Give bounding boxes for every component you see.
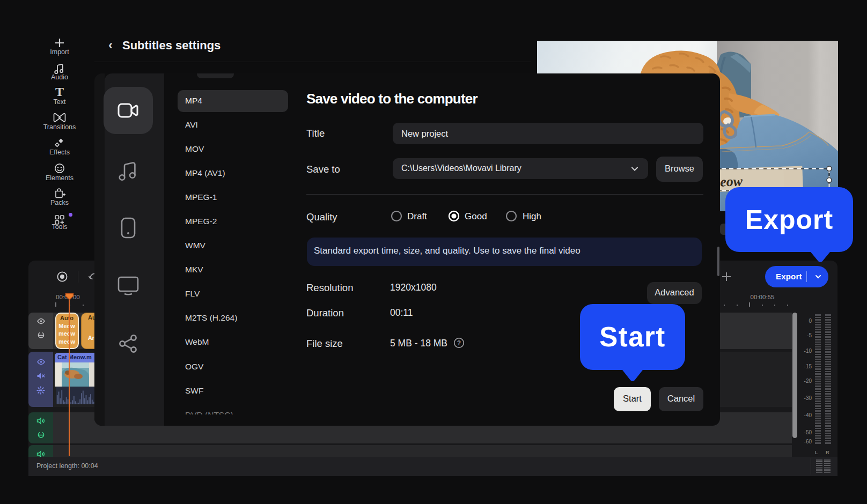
svg-text:Export: Export: [745, 205, 833, 235]
svg-text:?: ?: [457, 339, 461, 347]
svg-text:Start: Start: [599, 322, 666, 352]
